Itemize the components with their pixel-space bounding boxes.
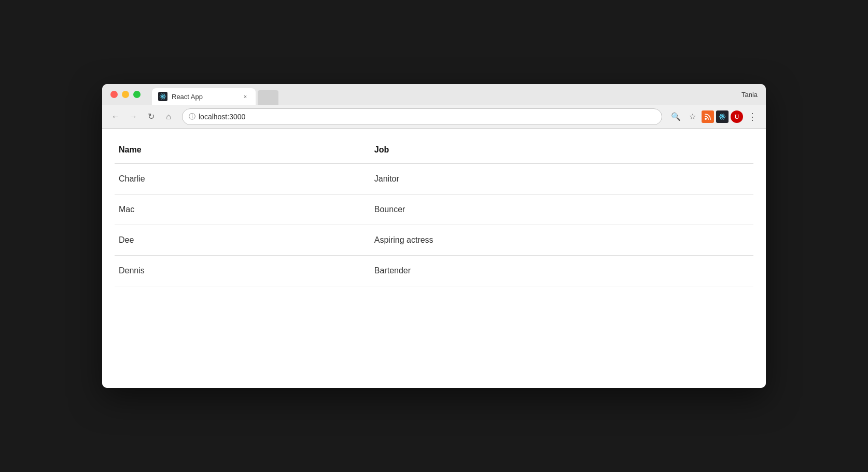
search-button[interactable]: 🔍 xyxy=(668,109,683,124)
bookmark-button[interactable]: ☆ xyxy=(685,109,699,124)
svg-point-5 xyxy=(722,116,723,117)
forward-button[interactable]: → xyxy=(126,109,141,124)
cell-name: Dennis xyxy=(115,256,370,286)
column-header-job: Job xyxy=(370,139,753,163)
traffic-lights xyxy=(110,91,141,98)
react-favicon xyxy=(158,92,167,101)
home-button[interactable]: ⌂ xyxy=(161,109,176,124)
address-input[interactable] xyxy=(199,113,655,121)
maximize-button[interactable] xyxy=(133,91,141,98)
table-row: DeeAspiring actress xyxy=(115,225,753,256)
cell-name: Dee xyxy=(115,225,370,256)
reload-button[interactable]: ↻ xyxy=(144,109,158,124)
toolbar: ← → ↻ ⌂ ⓘ 🔍 ☆ xyxy=(102,105,766,129)
address-bar[interactable]: ⓘ xyxy=(182,108,662,125)
column-header-name: Name xyxy=(115,139,370,163)
back-button[interactable]: ← xyxy=(108,109,123,124)
table-header-row: Name Job xyxy=(115,139,753,163)
cell-name: Charlie xyxy=(115,163,370,195)
ublock-extension[interactable]: U xyxy=(731,110,743,123)
new-tab-area xyxy=(258,90,278,105)
active-tab[interactable]: React App × xyxy=(152,88,256,105)
toolbar-right: 🔍 ☆ U ⋮ xyxy=(668,109,760,124)
cell-job: Aspiring actress xyxy=(370,225,753,256)
info-icon: ⓘ xyxy=(189,112,195,121)
rss-extension[interactable] xyxy=(702,110,714,123)
cell-job: Janitor xyxy=(370,163,753,195)
table-row: CharlieJanitor xyxy=(115,163,753,195)
page-content: Name Job CharlieJanitorMacBouncerDeeAspi… xyxy=(102,129,766,388)
close-button[interactable] xyxy=(110,91,118,98)
tabs-area: React App × xyxy=(152,88,766,105)
table-body: CharlieJanitorMacBouncerDeeAspiring actr… xyxy=(115,163,753,286)
svg-point-4 xyxy=(705,118,707,120)
user-name: Tania xyxy=(741,91,758,99)
minimize-button[interactable] xyxy=(122,91,129,98)
menu-button[interactable]: ⋮ xyxy=(745,109,760,124)
tab-title-label: React App xyxy=(172,93,237,101)
tab-close-button[interactable]: × xyxy=(241,92,249,101)
svg-point-0 xyxy=(162,96,164,98)
cell-job: Bartender xyxy=(370,256,753,286)
table-row: MacBouncer xyxy=(115,195,753,225)
data-table: Name Job CharlieJanitorMacBouncerDeeAspi… xyxy=(115,139,753,286)
react-devtools-extension[interactable] xyxy=(716,110,729,123)
cell-name: Mac xyxy=(115,195,370,225)
browser-window: React App × Tania ← → ↻ ⌂ ⓘ 🔍 ☆ xyxy=(102,84,766,388)
cell-job: Bouncer xyxy=(370,195,753,225)
title-bar: React App × Tania xyxy=(102,84,766,105)
table-row: DennisBartender xyxy=(115,256,753,286)
